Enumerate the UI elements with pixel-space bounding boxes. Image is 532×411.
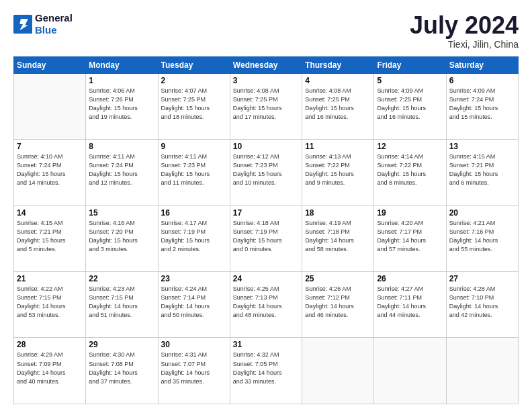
day-number: 5 [377,76,443,85]
day-number: 6 [449,76,515,85]
day-number: 30 [161,340,227,349]
calendar-row: 7Sunrise: 4:10 AMSunset: 7:24 PMDaylight… [14,140,519,205]
day-info: Sunrise: 4:15 AMSunset: 7:21 PMDaylight:… [17,219,83,254]
day-number: 27 [449,274,515,283]
calendar-cell [302,338,374,404]
day-number: 20 [449,208,515,218]
weekday-header-cell: Saturday [446,56,518,73]
day-info: Sunrise: 4:11 AMSunset: 7:24 PMDaylight:… [89,152,154,187]
calendar-cell: 13Sunrise: 4:15 AMSunset: 7:21 PMDayligh… [446,140,518,205]
day-info: Sunrise: 4:32 AMSunset: 7:05 PMDaylight:… [233,351,299,385]
calendar-cell: 1Sunrise: 4:06 AMSunset: 7:26 PMDaylight… [86,73,158,139]
day-info: Sunrise: 4:31 AMSunset: 7:07 PMDaylight:… [161,351,227,385]
day-number: 8 [89,142,154,151]
day-number: 13 [449,142,515,151]
calendar-cell: 7Sunrise: 4:10 AMSunset: 7:24 PMDaylight… [14,140,86,205]
day-info: Sunrise: 4:26 AMSunset: 7:12 PMDaylight:… [305,285,371,320]
calendar-cell: 27Sunrise: 4:28 AMSunset: 7:10 PMDayligh… [446,272,518,338]
day-info: Sunrise: 4:29 AMSunset: 7:09 PMDaylight:… [17,351,83,385]
calendar-cell: 16Sunrise: 4:17 AMSunset: 7:19 PMDayligh… [158,205,230,271]
calendar-cell [14,73,86,139]
location: Tiexi, Jilin, China [410,39,519,50]
day-info: Sunrise: 4:15 AMSunset: 7:21 PMDaylight:… [449,152,515,187]
calendar-cell: 21Sunrise: 4:22 AMSunset: 7:15 PMDayligh… [14,272,86,338]
day-number: 18 [305,208,371,218]
day-info: Sunrise: 4:20 AMSunset: 7:17 PMDaylight:… [377,219,443,254]
calendar-row: 21Sunrise: 4:22 AMSunset: 7:15 PMDayligh… [14,272,519,338]
day-info: Sunrise: 4:09 AMSunset: 7:25 PMDaylight:… [377,87,443,122]
month-year: July 2024 [410,12,519,39]
day-info: Sunrise: 4:14 AMSunset: 7:22 PMDaylight:… [377,152,443,187]
calendar-cell: 10Sunrise: 4:12 AMSunset: 7:23 PMDayligh… [230,140,302,205]
day-number: 28 [17,340,83,349]
calendar-cell: 11Sunrise: 4:13 AMSunset: 7:22 PMDayligh… [302,140,374,205]
day-info: Sunrise: 4:23 AMSunset: 7:15 PMDaylight:… [89,285,154,320]
title-block: July 2024 Tiexi, Jilin, China [410,12,519,50]
weekday-header-cell: Thursday [302,56,374,73]
day-info: Sunrise: 4:21 AMSunset: 7:16 PMDaylight:… [449,219,515,254]
calendar-cell: 20Sunrise: 4:21 AMSunset: 7:16 PMDayligh… [446,205,518,271]
weekday-header-cell: Monday [86,56,158,73]
weekday-header-cell: Friday [374,56,446,73]
calendar-cell: 12Sunrise: 4:14 AMSunset: 7:22 PMDayligh… [374,140,446,205]
logo-icon [13,15,32,34]
day-number: 4 [305,76,371,85]
day-info: Sunrise: 4:09 AMSunset: 7:24 PMDaylight:… [449,87,515,122]
day-number: 31 [233,340,299,349]
day-number: 7 [17,142,83,151]
day-number: 23 [161,274,227,283]
calendar-cell: 3Sunrise: 4:08 AMSunset: 7:25 PMDaylight… [230,73,302,139]
day-number: 21 [17,274,83,283]
day-number: 15 [89,208,154,218]
weekday-header-row: SundayMondayTuesdayWednesdayThursdayFrid… [14,56,519,73]
calendar-table: SundayMondayTuesdayWednesdayThursdayFrid… [13,56,519,404]
weekday-header-cell: Tuesday [158,56,230,73]
day-number: 3 [233,76,299,85]
calendar-cell: 2Sunrise: 4:07 AMSunset: 7:25 PMDaylight… [158,73,230,139]
day-number: 11 [305,142,371,151]
day-info: Sunrise: 4:07 AMSunset: 7:25 PMDaylight:… [161,87,227,122]
day-number: 25 [305,274,371,283]
calendar-cell: 9Sunrise: 4:11 AMSunset: 7:23 PMDaylight… [158,140,230,205]
day-number: 1 [89,76,154,85]
day-info: Sunrise: 4:12 AMSunset: 7:23 PMDaylight:… [233,152,299,187]
day-number: 10 [233,142,299,151]
day-number: 26 [377,274,443,283]
day-info: Sunrise: 4:18 AMSunset: 7:19 PMDaylight:… [233,219,299,254]
calendar-cell: 19Sunrise: 4:20 AMSunset: 7:17 PMDayligh… [374,205,446,271]
calendar-cell: 5Sunrise: 4:09 AMSunset: 7:25 PMDaylight… [374,73,446,139]
calendar-cell [374,338,446,404]
calendar-cell: 6Sunrise: 4:09 AMSunset: 7:24 PMDaylight… [446,73,518,139]
day-info: Sunrise: 4:11 AMSunset: 7:23 PMDaylight:… [161,152,227,187]
day-info: Sunrise: 4:17 AMSunset: 7:19 PMDaylight:… [161,219,227,254]
day-number: 16 [161,208,227,218]
calendar-cell: 29Sunrise: 4:30 AMSunset: 7:08 PMDayligh… [86,338,158,404]
calendar-cell: 15Sunrise: 4:16 AMSunset: 7:20 PMDayligh… [86,205,158,271]
day-number: 9 [161,142,227,151]
day-info: Sunrise: 4:27 AMSunset: 7:11 PMDaylight:… [377,285,443,320]
day-info: Sunrise: 4:24 AMSunset: 7:14 PMDaylight:… [161,285,227,320]
day-info: Sunrise: 4:19 AMSunset: 7:18 PMDaylight:… [305,219,371,254]
day-number: 22 [89,274,154,283]
calendar-cell: 23Sunrise: 4:24 AMSunset: 7:14 PMDayligh… [158,272,230,338]
weekday-header-cell: Wednesday [230,56,302,73]
calendar-cell: 30Sunrise: 4:31 AMSunset: 7:07 PMDayligh… [158,338,230,404]
calendar-cell: 14Sunrise: 4:15 AMSunset: 7:21 PMDayligh… [14,205,86,271]
calendar-cell: 4Sunrise: 4:08 AMSunset: 7:25 PMDaylight… [302,73,374,139]
page: General Blue July 2024 Tiexi, Jilin, Chi… [0,0,532,411]
calendar-cell: 8Sunrise: 4:11 AMSunset: 7:24 PMDaylight… [86,140,158,205]
day-info: Sunrise: 4:13 AMSunset: 7:22 PMDaylight:… [305,152,371,187]
day-info: Sunrise: 4:22 AMSunset: 7:15 PMDaylight:… [17,285,83,320]
calendar-cell: 17Sunrise: 4:18 AMSunset: 7:19 PMDayligh… [230,205,302,271]
day-info: Sunrise: 4:16 AMSunset: 7:20 PMDaylight:… [89,219,154,254]
day-number: 19 [377,208,443,218]
calendar-cell: 22Sunrise: 4:23 AMSunset: 7:15 PMDayligh… [86,272,158,338]
day-number: 12 [377,142,443,151]
logo: General Blue [13,12,73,36]
day-number: 2 [161,76,227,85]
day-number: 24 [233,274,299,283]
day-info: Sunrise: 4:28 AMSunset: 7:10 PMDaylight:… [449,285,515,320]
calendar-body: 1Sunrise: 4:06 AMSunset: 7:26 PMDaylight… [14,73,519,404]
calendar-cell: 24Sunrise: 4:25 AMSunset: 7:13 PMDayligh… [230,272,302,338]
day-number: 17 [233,208,299,218]
